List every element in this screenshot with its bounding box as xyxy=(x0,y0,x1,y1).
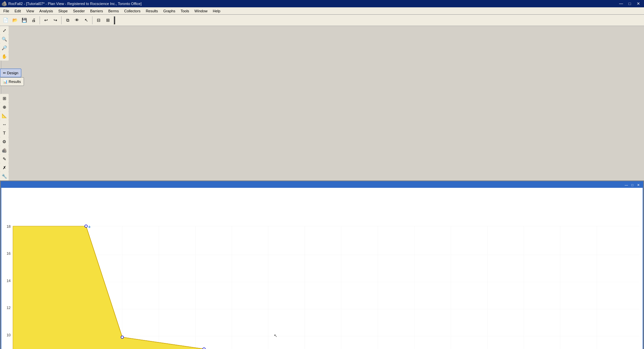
open-button[interactable]: 📂 xyxy=(11,16,19,25)
view-button[interactable]: 👁 xyxy=(73,16,81,25)
canvas-area[interactable]: 18 16 14 12 10 8 6 4 xyxy=(1,188,643,349)
svg-text:+: + xyxy=(88,224,91,229)
menu-view[interactable]: View xyxy=(24,8,37,14)
title-bar-controls[interactable]: — □ ✕ xyxy=(617,0,643,7)
svg-point-53 xyxy=(85,225,87,227)
svg-text:14: 14 xyxy=(7,279,11,283)
design-icon: ✏ xyxy=(3,71,6,75)
menu-seeder[interactable]: Seeder xyxy=(70,8,87,14)
sep3 xyxy=(92,16,92,24)
design-label: Design xyxy=(7,71,18,75)
menu-barriers[interactable]: Barriers xyxy=(87,8,106,14)
results-tab[interactable]: 📊 Results xyxy=(0,77,24,86)
measure-button[interactable]: 📐 xyxy=(0,111,9,120)
toolbar: 📄 📂 💾 🖨 ↩ ↪ ⧉ 👁 ↖ ⊟ ⊞ xyxy=(0,15,644,26)
save-button[interactable]: 💾 xyxy=(20,16,29,25)
svg-text:10: 10 xyxy=(7,333,11,337)
inner-window: — □ ✕ 18 16 14 12 10 8 6 4 xyxy=(1,181,643,349)
sep6 xyxy=(1,86,1,94)
menu-file[interactable]: File xyxy=(1,8,12,14)
inner-title-controls[interactable]: — □ ✕ xyxy=(623,182,641,187)
tool-button[interactable]: 🔧 xyxy=(0,172,9,180)
results-label: Results xyxy=(9,80,21,84)
dimension-button[interactable]: ↔ xyxy=(0,120,9,129)
svg-text:16: 16 xyxy=(7,251,11,255)
sep4 xyxy=(114,16,115,24)
menu-bar: File Edit View Analysis Slope Seeder Bar… xyxy=(0,7,644,15)
copy-button[interactable]: ⧉ xyxy=(63,16,72,25)
menu-edit[interactable]: Edit xyxy=(12,8,24,14)
svg-text:12: 12 xyxy=(7,306,11,310)
svg-text:↖: ↖ xyxy=(274,333,277,338)
pencil-button[interactable]: ✎ xyxy=(0,155,9,163)
new-button[interactable]: 📄 xyxy=(1,16,10,25)
menu-slope[interactable]: Slope xyxy=(56,8,70,14)
title-bar: 🪨 RocFall2 - [Tutorial07* - Plan View - … xyxy=(0,0,644,7)
split-view-button[interactable]: ⊟ xyxy=(94,16,103,25)
pan-button[interactable]: ✋ xyxy=(0,52,9,61)
results-icon: 📊 xyxy=(3,80,8,84)
svg-point-55 xyxy=(203,348,205,349)
menu-collectors[interactable]: Collectors xyxy=(121,8,143,14)
svg-text:18: 18 xyxy=(7,224,11,228)
menu-help[interactable]: Help xyxy=(210,8,223,14)
rock-button[interactable]: 🪨 xyxy=(0,146,9,155)
minimize-button[interactable]: — xyxy=(617,0,625,7)
menu-berms[interactable]: Berms xyxy=(105,8,121,14)
annotate-button[interactable]: T xyxy=(0,129,9,137)
snap-button[interactable]: ⊕ xyxy=(0,103,9,111)
maximize-button[interactable]: □ xyxy=(625,0,634,7)
undo-button[interactable]: ↩ xyxy=(42,16,50,25)
select-button[interactable]: ↖ xyxy=(82,16,90,25)
mdi-area: — □ ✕ 18 16 14 12 10 8 6 4 xyxy=(0,180,644,349)
title-bar-left: 🪨 RocFall2 - [Tutorial07* - Plan View - … xyxy=(1,1,142,6)
fit-all-button[interactable]: ⤢ xyxy=(0,26,9,35)
sep5 xyxy=(1,61,1,69)
inner-minimize[interactable]: — xyxy=(623,182,629,187)
design-tab[interactable]: ✏ Design xyxy=(0,69,21,77)
settings-button[interactable]: ⚙ xyxy=(0,137,9,146)
menu-window[interactable]: Window xyxy=(192,8,210,14)
svg-point-54 xyxy=(121,336,124,339)
menu-results[interactable]: Results xyxy=(143,8,161,14)
redo-button[interactable]: ↪ xyxy=(51,16,60,25)
zoom-in-button[interactable]: 🔍 xyxy=(0,35,9,43)
grid-toggle[interactable]: ⊞ xyxy=(0,94,9,103)
menu-analysis[interactable]: Analysis xyxy=(37,8,56,14)
sep1 xyxy=(40,16,40,24)
close-button[interactable]: ✕ xyxy=(634,0,643,7)
zoom-out-button[interactable]: 🔎 xyxy=(0,43,9,52)
app-icon: 🪨 xyxy=(1,1,7,6)
title-bar-text: RocFall2 - [Tutorial07* - Plan View - Re… xyxy=(8,2,142,6)
print-button[interactable]: 🖨 xyxy=(29,16,38,25)
sep2 xyxy=(61,16,62,24)
menu-graphs[interactable]: Graphs xyxy=(161,8,178,14)
inner-close[interactable]: ✕ xyxy=(635,182,641,187)
eraser-button[interactable]: ✗ xyxy=(0,163,9,172)
menu-tools[interactable]: Tools xyxy=(178,8,192,14)
main-canvas: 18 16 14 12 10 8 6 4 xyxy=(1,188,643,349)
layout-button[interactable]: ⊞ xyxy=(103,16,112,25)
inner-title-bar: — □ ✕ xyxy=(1,182,643,188)
inner-maximize[interactable]: □ xyxy=(629,182,635,187)
